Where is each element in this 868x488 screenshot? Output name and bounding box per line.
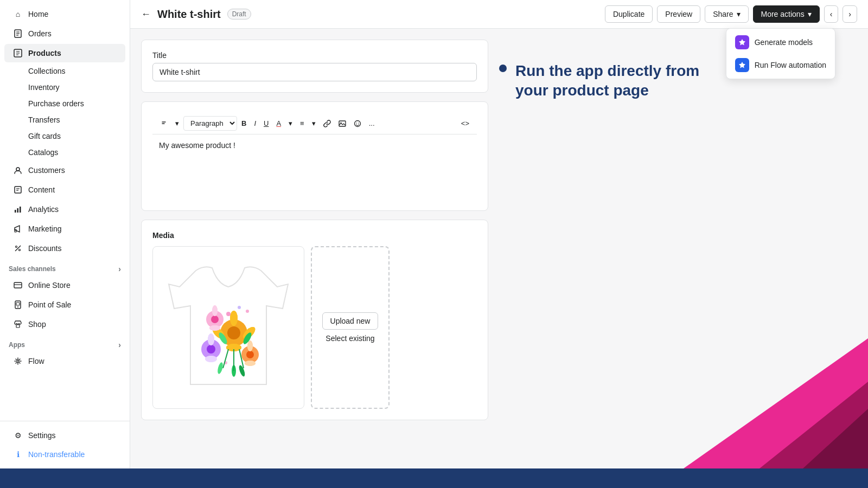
- toolbar-bold[interactable]: B: [238, 117, 250, 130]
- svg-rect-19: [16, 303, 20, 305]
- svg-point-26: [356, 123, 357, 124]
- svg-rect-6: [15, 187, 21, 193]
- description-card: ▾ Paragraph B I U A ▾ ≡ ▾: [141, 101, 488, 211]
- sidebar-item-orders-label: Orders: [28, 29, 52, 38]
- toolbar-align-chevron[interactable]: ▾: [285, 117, 296, 130]
- share-chevron-icon: ▾: [737, 10, 741, 18]
- sidebar-marketing-label: Marketing: [28, 224, 61, 233]
- sidebar-item-content[interactable]: Content: [4, 181, 125, 199]
- svg-point-57: [246, 310, 249, 313]
- dropdown-item-run-flow[interactable]: Run Flow automation: [729, 54, 833, 76]
- generate-models-icon: [735, 35, 749, 49]
- sidebar-item-gift-cards[interactable]: Gift cards: [4, 129, 125, 144]
- duplicate-button[interactable]: Duplicate: [605, 5, 653, 23]
- svg-rect-12: [15, 229, 16, 232]
- sidebar-item-products[interactable]: Products: [4, 44, 125, 62]
- sidebar-item-settings[interactable]: ⚙ Settings: [4, 426, 125, 445]
- sidebar-flow-label: Flow: [28, 357, 44, 365]
- sales-channels-section: Sales channels ›: [0, 258, 130, 275]
- dropdown-item-generate-models[interactable]: Generate models: [729, 31, 833, 54]
- toolbar-source[interactable]: <>: [458, 117, 473, 130]
- apps-chevron-icon[interactable]: ›: [118, 341, 121, 349]
- svg-point-13: [16, 246, 17, 248]
- sidebar-item-marketing[interactable]: Marketing: [4, 220, 125, 238]
- toolbar-emoji[interactable]: [350, 118, 365, 130]
- pos-icon: [13, 300, 23, 310]
- sidebar-inventory-label: Inventory: [28, 83, 60, 92]
- sidebar-content-label: Content: [28, 185, 55, 194]
- marketing-icon: [13, 224, 23, 234]
- content-icon: [13, 185, 23, 195]
- toolbar-underline[interactable]: U: [260, 117, 272, 130]
- sidebar-item-online-store[interactable]: Online Store: [4, 276, 125, 294]
- sidebar-item-transfers[interactable]: Transfers: [4, 112, 125, 127]
- bottom-bar: [0, 468, 868, 488]
- upload-new-button[interactable]: Upload new: [322, 312, 379, 330]
- preview-button[interactable]: Preview: [657, 5, 700, 23]
- description-editor[interactable]: My awesome product !: [152, 134, 477, 200]
- media-card: Media: [141, 220, 488, 420]
- sidebar-item-orders[interactable]: Orders: [4, 24, 125, 43]
- tshirt-image: [163, 254, 293, 401]
- svg-line-15: [15, 246, 21, 251]
- home-icon: ⌂: [13, 9, 23, 19]
- svg-point-20: [17, 306, 18, 307]
- sidebar-item-customers[interactable]: Customers: [4, 161, 125, 179]
- toolbar-color[interactable]: A: [273, 117, 284, 130]
- nav-next-button[interactable]: ›: [843, 5, 857, 23]
- back-button[interactable]: ←: [141, 9, 151, 20]
- toolbar-italic[interactable]: I: [251, 117, 259, 130]
- title-card: Title: [141, 40, 488, 93]
- sales-channels-chevron-icon[interactable]: ›: [118, 265, 121, 273]
- toolbar-image[interactable]: [335, 118, 349, 130]
- media-upload-area[interactable]: Upload new Select existing: [311, 246, 390, 409]
- sales-channels-label: Sales channels: [9, 265, 56, 273]
- media-tshirt-item[interactable]: [152, 246, 304, 409]
- sidebar-discounts-label: Discounts: [28, 244, 61, 253]
- toolbar-link[interactable]: [320, 118, 334, 130]
- sidebar-item-inventory[interactable]: Inventory: [4, 80, 125, 95]
- sidebar-pos-label: Point of Sale: [28, 300, 71, 309]
- toolbar-format-chevron[interactable]: ▾: [172, 117, 182, 130]
- toolbar-align-chevron2[interactable]: ▾: [309, 117, 319, 130]
- svg-marker-70: [803, 409, 868, 468]
- run-flow-label: Run Flow automation: [755, 61, 826, 69]
- svg-rect-21: [16, 325, 20, 328]
- more-actions-dropdown: Generate models Run Flow automation: [726, 28, 835, 79]
- sidebar-item-home[interactable]: ⌂ Home: [4, 5, 125, 23]
- svg-point-51: [246, 351, 254, 358]
- nav-prev-button[interactable]: ‹: [824, 5, 839, 23]
- deco-area: [597, 311, 868, 468]
- toolbar-align[interactable]: ≡: [297, 117, 308, 130]
- orders-icon: [13, 29, 23, 38]
- form-content: Title ▾ Paragraph B I: [141, 40, 488, 458]
- sidebar-analytics-label: Analytics: [28, 205, 59, 214]
- sidebar-item-shop[interactable]: Shop: [4, 315, 125, 333]
- svg-point-56: [226, 312, 231, 316]
- sidebar-item-catalogs[interactable]: Catalogs: [4, 145, 125, 160]
- products-icon: [13, 48, 23, 58]
- sidebar-item-non-transferable[interactable]: ℹ Non-transferable: [4, 445, 125, 464]
- deco-triangles: [597, 311, 868, 468]
- select-existing-link[interactable]: Select existing: [326, 334, 374, 343]
- more-actions-button[interactable]: More actions ▾: [753, 5, 820, 23]
- sidebar-item-analytics[interactable]: Analytics: [4, 200, 125, 219]
- svg-rect-16: [14, 282, 22, 288]
- title-input[interactable]: [152, 63, 477, 81]
- svg-point-54: [247, 341, 253, 351]
- sidebar-item-discounts[interactable]: Discounts: [4, 239, 125, 258]
- sidebar-item-products-label: Products: [28, 49, 61, 57]
- sidebar-transfers-label: Transfers: [28, 115, 60, 124]
- sidebar-item-purchase-orders[interactable]: Purchase orders: [4, 96, 125, 111]
- paragraph-select[interactable]: Paragraph: [183, 116, 237, 131]
- share-button[interactable]: Share ▾: [705, 5, 748, 23]
- svg-point-55: [245, 361, 256, 366]
- svg-point-42: [212, 305, 218, 316]
- toolbar-format-btn[interactable]: [157, 118, 171, 130]
- sidebar-item-flow[interactable]: Flow: [4, 352, 125, 370]
- draft-badge: Draft: [227, 9, 251, 20]
- sidebar-item-collections[interactable]: Collections: [4, 63, 125, 79]
- description-text: My awesome product !: [159, 141, 235, 150]
- sidebar-item-pos[interactable]: Point of Sale: [4, 296, 125, 314]
- toolbar-more[interactable]: ...: [366, 117, 378, 130]
